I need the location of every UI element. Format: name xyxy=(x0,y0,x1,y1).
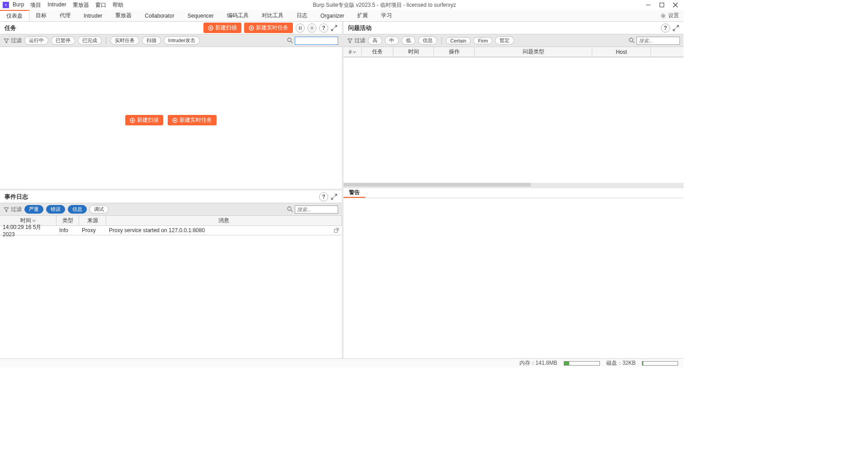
tab-intruder[interactable]: Intruder xyxy=(77,10,109,21)
tab-comparer[interactable]: 对比工具 xyxy=(255,10,290,21)
main-tabs: 仪表盘 目标 代理 Intruder 重放器 Collaborator Sequ… xyxy=(0,10,684,22)
event-log-panel: 事件日志 ? 过滤 严重 错误 信息 调试 xyxy=(0,189,342,358)
maximize-button[interactable] xyxy=(659,2,665,8)
tab-logger[interactable]: 日志 xyxy=(290,10,314,21)
svg-line-24 xyxy=(632,41,634,43)
new-live-task-button[interactable]: 新建实时任务 xyxy=(244,23,293,33)
tasks-expand-button[interactable] xyxy=(331,25,337,31)
tasks-title: 任务 xyxy=(5,24,203,32)
svg-rect-1 xyxy=(660,3,664,7)
menu-burp[interactable]: Burp xyxy=(13,1,24,9)
menu-repeater[interactable]: 重放器 xyxy=(73,1,89,9)
tab-learn[interactable]: 学习 xyxy=(375,10,399,21)
chip-critical[interactable]: 严重 xyxy=(24,205,43,214)
chip-running[interactable]: 运行中 xyxy=(24,36,48,45)
issues-thead: # 任务 时间 操作 问题类型 Host xyxy=(344,47,684,57)
tasks-settings-button[interactable] xyxy=(307,24,316,33)
new-scan-button[interactable]: 新建扫描 xyxy=(203,23,241,33)
menu-project[interactable]: 项目 xyxy=(30,1,41,9)
tasks-filter-label[interactable]: 过滤 xyxy=(4,37,22,44)
col-action[interactable]: 操作 xyxy=(434,47,475,57)
chip-certain[interactable]: Certain xyxy=(446,37,471,44)
tab-sequencer[interactable]: Sequencer xyxy=(181,10,221,21)
search-icon xyxy=(287,206,293,212)
cell-message: Proxy service started on 127.0.0.1:8080 xyxy=(106,227,342,234)
search-icon xyxy=(287,38,293,43)
tasks-help-button[interactable]: ? xyxy=(319,24,328,33)
chip-firm[interactable]: Firm xyxy=(473,37,492,44)
close-button[interactable] xyxy=(673,2,678,8)
chip-live[interactable]: 实时任务 xyxy=(110,36,139,45)
chip-medium[interactable]: 中 xyxy=(385,36,399,45)
tab-proxy[interactable]: 代理 xyxy=(53,10,77,21)
tab-extensions[interactable]: 扩展 xyxy=(351,10,375,21)
minimize-button[interactable] xyxy=(646,2,651,8)
divider xyxy=(441,37,442,44)
tasks-search-input[interactable] xyxy=(295,37,338,45)
col-time[interactable]: 时间 xyxy=(393,47,434,57)
tab-repeater[interactable]: 重放器 xyxy=(109,10,138,21)
advisory-panel: 警告 xyxy=(344,186,684,358)
chip-high[interactable]: 高 xyxy=(368,36,382,45)
chip-intruder-attack[interactable]: Intruder攻击 xyxy=(164,36,200,45)
tasks-filter-bar: 过滤 运行中 已暂停 已完成 实时任务 扫描 Intruder攻击 xyxy=(0,34,342,47)
menu-help[interactable]: 帮助 xyxy=(113,1,123,9)
col-source[interactable]: 来源 xyxy=(79,216,106,225)
event-log-help-button[interactable]: ? xyxy=(319,192,328,201)
window-controls xyxy=(646,2,681,8)
sort-desc-icon xyxy=(353,50,356,54)
menu-intruder[interactable]: Intruder xyxy=(47,1,66,9)
log-row[interactable]: 14:00:29 16 5月 2023 Info Proxy Proxy ser… xyxy=(0,226,342,235)
menu-window[interactable]: 窗口 xyxy=(95,1,106,9)
chip-info[interactable]: 信息 xyxy=(68,205,87,214)
tab-target[interactable]: 目标 xyxy=(29,10,53,21)
col-num[interactable]: # xyxy=(344,47,362,57)
event-log-expand-button[interactable] xyxy=(331,194,337,200)
chip-debug[interactable]: 调试 xyxy=(90,205,108,214)
tab-organizer[interactable]: Organizer xyxy=(314,10,351,21)
tab-decoder[interactable]: 编码工具 xyxy=(221,10,255,21)
new-live-label: 新建实时任务 xyxy=(179,116,212,124)
advisory-tabstrip: 警告 xyxy=(344,188,684,198)
issues-search-input[interactable] xyxy=(637,37,680,45)
chip-low[interactable]: 低 xyxy=(401,36,415,45)
new-scan-button-center[interactable]: 新建扫描 xyxy=(125,115,163,125)
chip-paused[interactable]: 已暂停 xyxy=(51,36,75,45)
tab-dashboard[interactable]: 仪表盘 xyxy=(0,10,29,21)
issues-hscrollbar[interactable] xyxy=(344,183,684,186)
chip-finished[interactable]: 已完成 xyxy=(78,36,102,45)
disk-label: 磁盘：32KB xyxy=(606,359,636,367)
menu-bar: Burp 项目 Intruder 重放器 窗口 帮助 xyxy=(13,1,123,9)
filter-icon xyxy=(347,38,353,43)
chip-error[interactable]: 错误 xyxy=(46,205,65,214)
cell-source: Proxy xyxy=(79,227,106,234)
col-type[interactable]: 类型 xyxy=(57,216,79,225)
issues-filter-label[interactable]: 过滤 xyxy=(347,37,365,44)
mem-label: 内存：141.8MB xyxy=(519,359,557,367)
new-live-task-button-center[interactable]: 新建实时任务 xyxy=(168,115,217,125)
pause-all-button[interactable] xyxy=(296,24,305,33)
col-issue-type[interactable]: 问题类型 xyxy=(475,47,592,57)
cell-type: Info xyxy=(57,227,79,234)
event-log-filter-label[interactable]: 过滤 xyxy=(4,205,22,213)
advisory-tab-warning[interactable]: 警告 xyxy=(344,188,365,198)
event-log-search-input[interactable] xyxy=(295,205,338,214)
col-task[interactable]: 任务 xyxy=(362,47,393,57)
svg-point-23 xyxy=(629,38,633,42)
tab-collaborator[interactable]: Collaborator xyxy=(138,10,181,21)
chip-info[interactable]: 信息 xyxy=(418,36,437,45)
col-host[interactable]: Host xyxy=(592,47,651,57)
chip-tentative[interactable]: 暂定 xyxy=(495,36,514,45)
search-icon xyxy=(629,38,635,43)
settings-button[interactable]: 设置 xyxy=(656,10,684,21)
chip-scan[interactable]: 扫描 xyxy=(142,36,161,45)
issues-expand-button[interactable] xyxy=(673,25,679,31)
issues-help-button[interactable]: ? xyxy=(661,24,670,33)
issues-panel-header: 问题活动 ? xyxy=(344,22,684,34)
issues-table: # 任务 时间 操作 问题类型 Host xyxy=(344,47,684,57)
plus-circle-icon xyxy=(172,118,178,123)
svg-line-21 xyxy=(291,210,292,212)
app-icon xyxy=(3,2,9,8)
popout-icon[interactable] xyxy=(334,228,339,233)
col-message[interactable]: 消息 xyxy=(106,216,342,225)
